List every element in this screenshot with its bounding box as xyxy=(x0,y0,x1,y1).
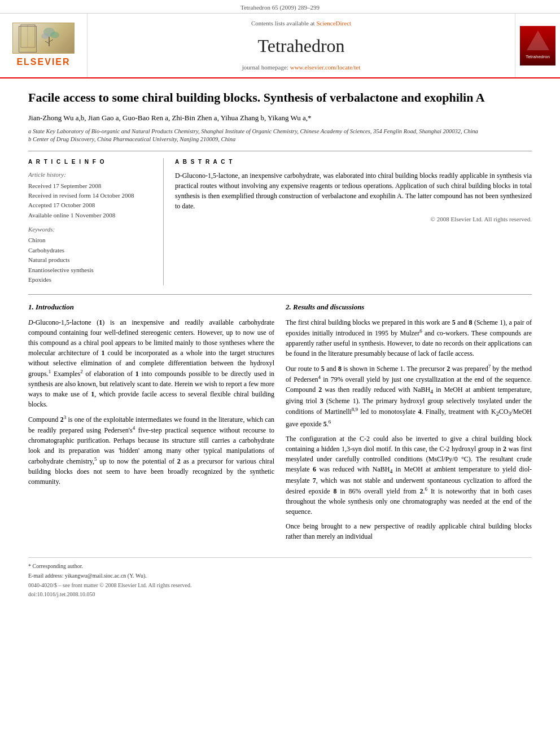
abstract-paragraph: D-Glucono-1,5-lactone, an inexpensive ca… xyxy=(175,171,532,211)
sciencedirect-notice: Contents lists available at ScienceDirec… xyxy=(251,19,351,28)
email-footnote: E-mail address: yikangwu@mail.sioc.ac.cn… xyxy=(28,572,532,580)
article-info-header: A R T I C L E I N F O xyxy=(28,158,154,166)
elsevier-tree-logo xyxy=(12,23,75,54)
doi-line: doi:10.1016/j.tet.2008.10.050 xyxy=(28,591,532,599)
homepage-link[interactable]: www.elsevier.com/locate/tet xyxy=(290,64,361,71)
keyword-5: Epoxides xyxy=(28,276,154,284)
issn-line: 0040-4020/$ – see front matter © 2008 El… xyxy=(28,582,532,589)
svg-rect-0 xyxy=(21,25,35,47)
citation-text: Tetrahedron 65 (2009) 289–299 xyxy=(240,4,320,11)
svg-point-4 xyxy=(41,33,49,39)
keyword-4: Enantioselective synthesis xyxy=(28,266,154,274)
journal-title: Tetrahedron xyxy=(257,33,344,59)
section2-para1: The first chiral building blocks we prep… xyxy=(286,317,532,359)
authors: Jian-Zhong Wu a,b, Jian Gao a, Guo-Bao R… xyxy=(28,113,532,123)
sciencedirect-link[interactable]: ScienceDirect xyxy=(316,20,351,27)
divider-1 xyxy=(28,151,532,151)
divider-2 xyxy=(28,294,532,295)
article-info-column: A R T I C L E I N F O Article history: R… xyxy=(28,158,164,285)
svg-line-6 xyxy=(49,40,53,42)
page: Tetrahedron 65 (2009) 289–299 xyxy=(0,0,560,747)
section1-title: 1. Introduction xyxy=(28,302,274,313)
svg-line-7 xyxy=(45,41,49,43)
accepted-date: Accepted 17 October 2008 xyxy=(28,201,154,209)
keyword-3: Natural products xyxy=(28,256,154,264)
svg-point-3 xyxy=(50,32,59,38)
affiliation-a: a State Key Laboratory of Bio-organic an… xyxy=(28,128,532,136)
elsevier-logo: ELSEVIER xyxy=(12,23,75,68)
keyword-1: Chiron xyxy=(28,236,154,244)
copyright: © 2008 Elsevier Ltd. All rights reserved… xyxy=(175,215,532,224)
corresponding-author: * Corresponding author. xyxy=(28,562,532,570)
article-info-abstract: A R T I C L E I N F O Article history: R… xyxy=(28,158,532,285)
section1-para1: D-Glucono-1,5-lactone (1) is an inexpens… xyxy=(28,317,274,409)
abstract-text: D-Glucono-1,5-lactone, an inexpensive ca… xyxy=(175,171,532,224)
elsevier-wordmark: ELSEVIER xyxy=(16,56,70,68)
keywords-label: Keywords: xyxy=(28,225,154,234)
section2-para3: The configuration at the C-2 could also … xyxy=(286,434,532,517)
affiliations: a State Key Laboratory of Bio-organic an… xyxy=(28,128,532,144)
affiliation-b: b Center of Drug Discovery, China Pharma… xyxy=(28,136,532,144)
keyword-2: Carbohydrates xyxy=(28,246,154,255)
tetrahedron-logo-text: Tetrahedron xyxy=(526,54,550,60)
received-date: Received 17 September 2008 xyxy=(28,182,154,190)
tetrahedron-logo: Tetrahedron xyxy=(520,26,555,65)
revised-date: Received in revised form 14 October 2008 xyxy=(28,191,154,200)
abstract-column: A B S T R A C T D-Glucono-1,5-lactone, a… xyxy=(175,158,532,285)
authors-text: Jian-Zhong Wu a,b, Jian Gao a, Guo-Bao R… xyxy=(28,113,312,122)
journal-header: ELSEVIER Contents lists available at Sci… xyxy=(0,14,560,78)
publisher-logo-area: ELSEVIER xyxy=(0,14,88,77)
footer: * Corresponding author. E-mail address: … xyxy=(28,557,532,599)
body-right-column: 2. Results and discussions The first chi… xyxy=(286,302,532,546)
available-date: Available online 1 November 2008 xyxy=(28,211,154,220)
journal-homepage: journal homepage: www.elsevier.com/locat… xyxy=(242,63,360,72)
body-left-column: 1. Introduction D-Glucono-1,5-lactone (1… xyxy=(28,302,274,546)
section1-para2: Compound 23 is one of the exploitable in… xyxy=(28,414,274,487)
journal-citation: Tetrahedron 65 (2009) 289–299 xyxy=(0,0,560,14)
section2-title: 2. Results and discussions xyxy=(286,302,532,313)
abstract-header: A B S T R A C T xyxy=(175,158,532,166)
history-label: Article history: xyxy=(28,171,154,179)
section2-para2: Our route to 5 and 8 is shown in Scheme … xyxy=(286,363,532,429)
article-title: Facile access to some chiral building bl… xyxy=(28,90,532,106)
journal-title-area: Contents lists available at ScienceDirec… xyxy=(88,14,515,77)
tetrahedron-logo-area: Tetrahedron xyxy=(515,14,560,77)
body-content: 1. Introduction D-Glucono-1,5-lactone (1… xyxy=(28,302,532,546)
section2-para4: Once being brought to a new perspective … xyxy=(286,521,532,541)
main-content: Facile access to some chiral building bl… xyxy=(0,78,560,611)
